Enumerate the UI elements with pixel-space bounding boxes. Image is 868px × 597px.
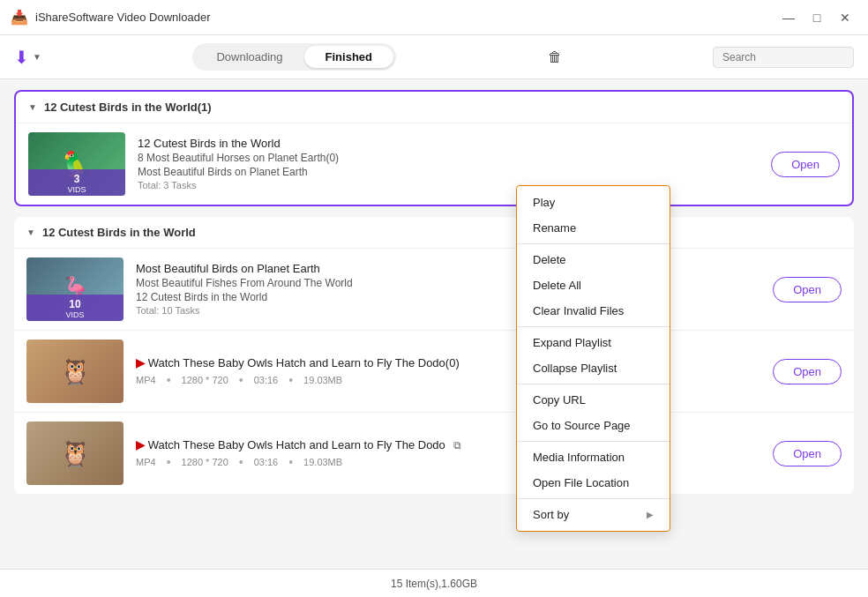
ctx-delete-all[interactable]: Delete All: [517, 272, 670, 298]
video-sub1-1-1: 8 Most Beautiful Horses on Planet Earth(…: [138, 152, 759, 164]
video-item-2-3: 🦉 ▶ Watch These Baby Owls Hatch and Lear…: [14, 412, 854, 494]
search-box: [713, 47, 854, 68]
status-bar: 15 Item(s),1.60GB: [0, 569, 868, 597]
thumb-image-2-2: 🦉: [26, 340, 123, 403]
size-2-2: 19.03MB: [303, 375, 342, 385]
logo-icon: ⬇: [14, 47, 29, 68]
thumb-overlay-1-1: 3 VIDS: [28, 169, 125, 196]
open-button-2-1[interactable]: Open: [773, 277, 842, 302]
group-title-1: 12 Cutest Birds in the World(1): [44, 101, 212, 114]
resolution-2-2: 1280 * 720: [182, 375, 228, 385]
ctx-open-file-location[interactable]: Open File Location: [517, 470, 670, 496]
group-title-2: 12 Cutest Birds in the World: [42, 226, 196, 239]
open-button-2-3[interactable]: Open: [773, 441, 842, 466]
ctx-clear-invalid[interactable]: Clear Invalid Files: [517, 298, 670, 324]
vids-label-1-1: VIDS: [28, 185, 125, 194]
dot-3: •: [288, 373, 293, 387]
ctx-divider-2: [517, 326, 670, 327]
dot-4: •: [167, 455, 171, 469]
app-title: iShareSoftware Video Downloader: [35, 11, 211, 24]
dot-5: •: [239, 455, 243, 469]
vids-count-2-1: 10: [26, 298, 123, 310]
minimize-button[interactable]: —: [776, 5, 801, 30]
chevron-icon-1: ▼: [28, 102, 37, 112]
ctx-expand-playlist[interactable]: Expand Playlist: [517, 330, 670, 355]
format-2-3: MP4: [136, 457, 156, 467]
status-text: 15 Item(s),1.60GB: [391, 578, 477, 590]
video-item-1-1: 🦜 3 VIDS 12 Cutest Birds in the World 8 …: [16, 123, 852, 205]
video-sub2-1-1: Most Beautiful Birds on Planet Earth: [138, 166, 759, 178]
ctx-divider-4: [517, 441, 670, 442]
top-bar: ⬇ ▼ Downloading Finished 🗑: [0, 35, 868, 79]
context-menu: Play Rename Delete Delete All Clear Inva…: [516, 185, 670, 532]
video-item-2-2: 🦉 ▶ Watch These Baby Owls Hatch and Lear…: [14, 330, 854, 412]
content-area: ▼ 12 Cutest Birds in the World(1) 🦜 3 VI…: [0, 79, 868, 569]
title-bar-controls: — □ ✕: [776, 5, 857, 30]
thumb-image-2-3: 🦉: [26, 422, 123, 485]
ctx-copy-url[interactable]: Copy URL: [517, 387, 670, 413]
dot-2: •: [239, 373, 243, 387]
video-info-1-1: 12 Cutest Birds in the World 8 Most Beau…: [138, 137, 759, 192]
resolution-2-3: 1280 * 720: [182, 457, 228, 467]
group-card-2: ▼ 12 Cutest Birds in the World 🦩 10 VIDS…: [14, 217, 854, 494]
ctx-delete[interactable]: Delete: [517, 247, 670, 272]
ctx-media-info[interactable]: Media Information: [517, 444, 670, 470]
open-button-1-1[interactable]: Open: [771, 152, 840, 177]
vids-label-2-1: VIDS: [26, 310, 123, 319]
duration-2-3: 03:16: [254, 457, 279, 467]
thumbnail-2-1: 🦩 10 VIDS: [26, 257, 123, 321]
logo-dropdown-icon[interactable]: ▼: [33, 52, 41, 62]
ctx-sort-by-label: Sort by: [533, 508, 569, 521]
format-2-2: MP4: [136, 375, 156, 385]
thumbnail-2-2: 🦉: [26, 340, 123, 403]
dot-1: •: [167, 373, 171, 387]
ctx-sort-by[interactable]: Sort by ▶: [517, 502, 670, 527]
trash-button[interactable]: 🗑: [548, 49, 562, 65]
ctx-collapse-playlist[interactable]: Collapse Playlist: [517, 355, 670, 381]
external-link-icon[interactable]: ⧉: [453, 439, 461, 451]
vids-count-1-1: 3: [28, 173, 125, 185]
youtube-icon-2-3: ▶: [136, 438, 145, 451]
tab-group: Downloading Finished: [192, 43, 396, 71]
video-title-1-1: 12 Cutest Birds in the World: [138, 137, 759, 150]
ctx-sort-by-arrow: ▶: [647, 510, 654, 519]
ctx-divider-3: [517, 384, 670, 384]
title-bar-left: 📥 iShareSoftware Video Downloader: [11, 9, 211, 26]
ctx-go-to-source[interactable]: Go to Source Page: [517, 413, 670, 438]
ctx-rename[interactable]: Rename: [517, 215, 670, 241]
close-button[interactable]: ✕: [833, 5, 857, 30]
open-button-2-2[interactable]: Open: [773, 359, 842, 384]
dot-6: •: [288, 455, 293, 469]
group-header-1[interactable]: ▼ 12 Cutest Birds in the World(1): [16, 92, 852, 123]
thumb-overlay-2-1: 10 VIDS: [26, 295, 123, 321]
logo-area: ⬇ ▼: [14, 47, 41, 68]
group-card-1: ▼ 12 Cutest Birds in the World(1) 🦜 3 VI…: [14, 90, 854, 206]
title-bar: 📥 iShareSoftware Video Downloader — □ ✕: [0, 0, 868, 35]
youtube-icon-2-2: ▶: [136, 356, 145, 369]
video-item-2-1: 🦩 10 VIDS Most Beautiful Birds on Planet…: [14, 248, 854, 330]
thumbnail-1-1: 🦜 3 VIDS: [28, 132, 125, 196]
ctx-divider-5: [517, 498, 670, 499]
search-input[interactable]: [722, 51, 844, 63]
thumbnail-2-3: 🦉: [26, 422, 123, 485]
ctx-divider-1: [517, 243, 670, 244]
duration-2-2: 03:16: [254, 375, 279, 385]
chevron-icon-2: ▼: [26, 228, 35, 237]
tab-downloading[interactable]: Downloading: [195, 46, 303, 68]
tab-finished[interactable]: Finished: [304, 46, 393, 68]
size-2-3: 19.03MB: [303, 457, 342, 467]
ctx-play[interactable]: Play: [517, 190, 670, 215]
group-header-2[interactable]: ▼ 12 Cutest Birds in the World: [14, 217, 854, 248]
app-icon: 📥: [11, 9, 28, 26]
maximize-button[interactable]: □: [804, 5, 829, 30]
